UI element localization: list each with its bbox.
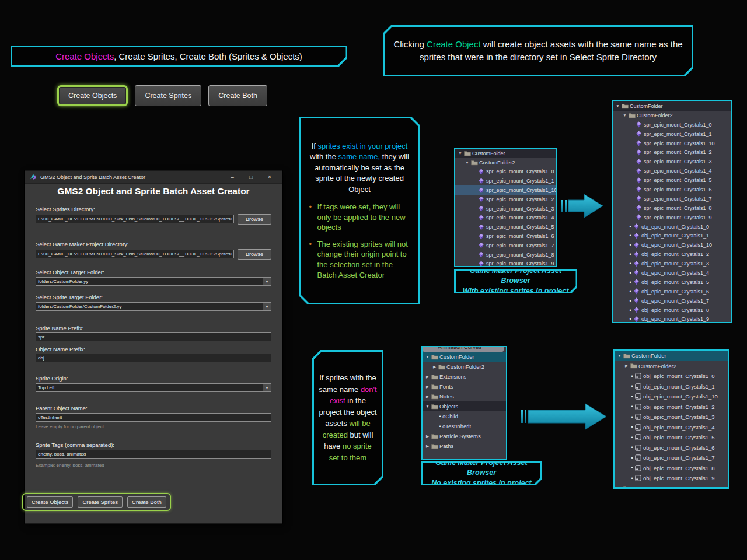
tree-row[interactable]: •obj_epic_mount_Crystals1_8 (613, 306, 731, 315)
tree-row[interactable]: ▶Particle Systems (423, 431, 506, 441)
tree-row[interactable]: •obj_epic_mount_Crystals1_0 (615, 371, 728, 382)
project-directory-input[interactable] (36, 250, 234, 258)
tree-row[interactable]: •obj_epic_mount_Crystals1_10 (613, 240, 731, 250)
tree-row[interactable]: •obj_epic_mount_Crystals1_4 (613, 268, 731, 278)
tree-row[interactable]: •obj_epic_mount_Crystals1_2 (615, 402, 728, 412)
expand-closed-icon[interactable]: ▶ (424, 394, 431, 399)
create-sprites-button[interactable]: Create Sprites (135, 85, 201, 106)
tree-row[interactable]: •obj_epic_mount_Crystals1_7 (615, 453, 728, 463)
tree-row[interactable]: •obj_epic_mount_Crystals1_5 (613, 278, 731, 287)
tree-row[interactable]: spr_epic_mount_Crystals1_1 (613, 130, 731, 139)
expand-open-icon[interactable]: ▼ (424, 404, 431, 408)
tree-row[interactable]: spr_epic_mount_Crystals1_7 (455, 241, 556, 250)
chevron-down-icon[interactable]: ▼ (263, 303, 271, 310)
tree-row[interactable]: spr_epic_mount_Crystals1_5 (455, 222, 556, 232)
tree-row[interactable]: ▶Extensions (615, 484, 728, 489)
tree-row[interactable]: •obj_epic_mount_Crystals1_7 (613, 296, 731, 306)
tree-row[interactable]: •obj_epic_mount_Crystals1_9 (615, 473, 728, 484)
tree-row[interactable]: spr_epic_mount_Crystals1_2 (455, 195, 556, 204)
tree-row[interactable]: spr_epic_mount_Crystals1_9 (455, 260, 556, 267)
expand-open-icon[interactable]: ▼ (457, 151, 463, 155)
tree-row[interactable]: •obj_epic_mount_Crystals1_6 (613, 287, 731, 296)
tree-row[interactable]: •obj_epic_mount_Crystals1_2 (613, 250, 731, 259)
tree-row[interactable]: •oChild (423, 411, 506, 421)
tree-row[interactable]: ▶CustomFolder2 (615, 361, 728, 372)
tree-row[interactable]: ▼CustomFolder (423, 352, 506, 362)
create-objects-button[interactable]: Create Objects (57, 85, 128, 106)
sprites-directory-input[interactable] (36, 215, 234, 223)
sprite-target-folder-select[interactable]: folders/CustomFolder/CustomFolder2.yy ▼ (36, 302, 271, 311)
tree-row[interactable]: ▶CustomFolder2 (423, 362, 506, 372)
win-create-both-button[interactable]: Create Both (127, 496, 166, 508)
tree-row[interactable]: ▶Notes (423, 391, 506, 401)
sprite-origin-select[interactable]: Top Left ▼ (36, 383, 271, 392)
tree-row[interactable]: spr_epic_mount_Crystals1_0 (613, 120, 731, 130)
minimize-button[interactable]: – (225, 174, 240, 180)
win-create-objects-button[interactable]: Create Objects (27, 496, 73, 508)
tree-row[interactable]: •obj_epic_mount_Crystals1_5 (615, 432, 728, 443)
tree-row[interactable]: ▶Extensions (423, 372, 506, 382)
parent-object-input[interactable] (36, 413, 271, 422)
tree-row[interactable]: •obj_epic_mount_Crystals1_9 (613, 314, 731, 323)
tree-row[interactable]: •obj_epic_mount_Crystals1_1 (613, 231, 731, 240)
tree-row[interactable]: •obj_epic_mount_Crystals1_3 (613, 259, 731, 268)
tree-row[interactable]: ▼CustomFolder (613, 102, 731, 111)
tree-row[interactable]: spr_epic_mount_Crystals1_6 (455, 232, 556, 241)
tree-row[interactable]: •obj_epic_mount_Crystals1_0 (613, 222, 731, 232)
tree-row[interactable]: •obj_epic_mount_Crystals1_3 (615, 412, 728, 422)
tree-row[interactable]: •obj_epic_mount_Crystals1_8 (615, 463, 728, 474)
maximize-button[interactable]: □ (243, 174, 259, 180)
tree-row[interactable]: spr_epic_mount_Crystals1_3 (613, 157, 731, 166)
tree-row[interactable]: spr_epic_mount_Crystals1_1 (455, 176, 556, 186)
expand-open-icon[interactable]: ▼ (615, 104, 621, 108)
tree-row[interactable]: spr_epic_mount_Crystals1_9 (613, 213, 731, 222)
expand-closed-icon[interactable]: ▶ (424, 374, 431, 379)
create-both-button[interactable]: Create Both (208, 85, 267, 106)
tree-row[interactable]: spr_epic_mount_Crystals1_0 (455, 167, 556, 177)
object-prefix-input[interactable] (36, 354, 271, 362)
tree-row[interactable]: •obj_epic_mount_Crystals1_6 (615, 443, 728, 453)
tree-row[interactable]: •obj_epic_mount_Crystals1_10 (615, 391, 728, 402)
chevron-down-icon[interactable]: ▼ (263, 278, 271, 285)
tree-row[interactable]: spr_epic_mount_Crystals1_8 (613, 204, 731, 213)
tree-row[interactable]: spr_epic_mount_Crystals1_5 (613, 176, 731, 185)
browse-project-button[interactable]: Browse (238, 249, 271, 260)
expand-open-icon[interactable]: ▼ (424, 355, 431, 359)
tree-row[interactable]: spr_epic_mount_Crystals1_10 (613, 139, 731, 148)
tree-row[interactable]: spr_epic_mount_Crystals1_3 (455, 204, 556, 214)
expand-closed-icon[interactable]: ▶ (623, 363, 630, 368)
tree-row[interactable]: ▼CustomFolder2 (455, 158, 556, 167)
expand-closed-icon[interactable]: ▶ (424, 384, 431, 389)
tree-row[interactable]: ▼CustomFolder2 (613, 111, 731, 120)
expand-closed-icon[interactable]: ▶ (431, 365, 438, 369)
tree-row[interactable]: spr_epic_mount_Crystals1_4 (613, 166, 731, 176)
tree-row[interactable]: Animation Curves (423, 346, 504, 352)
tree-row[interactable]: spr_epic_mount_Crystals1_8 (455, 250, 556, 260)
expand-open-icon[interactable]: ▼ (622, 113, 628, 117)
tree-row[interactable]: •obj_epic_mount_Crystals1_4 (615, 422, 728, 433)
sprite-tags-input[interactable] (36, 450, 271, 459)
tree-row[interactable]: spr_epic_mount_Crystals1_6 (613, 185, 731, 194)
win-create-sprites-button[interactable]: Create Sprites (78, 496, 123, 508)
window-titlebar[interactable]: GMS2 Object and Sprite Batch Asset Creat… (25, 171, 282, 184)
tree-row[interactable]: spr_epic_mount_Crystals1_10 (455, 186, 556, 195)
tree-row[interactable]: ▼CustomFolder (615, 351, 728, 361)
chevron-down-icon[interactable]: ▼ (263, 384, 271, 391)
sprite-prefix-input[interactable] (36, 332, 271, 341)
close-button[interactable]: × (262, 174, 277, 180)
object-target-folder-select[interactable]: folders/CustomFolder.yy ▼ (36, 277, 271, 286)
tree-row[interactable]: spr_epic_mount_Crystals1_2 (613, 148, 731, 157)
tree-row[interactable]: spr_epic_mount_Crystals1_7 (613, 194, 731, 204)
tree-row[interactable]: ▶Paths (423, 441, 506, 451)
expand-open-icon[interactable]: ▼ (616, 354, 623, 358)
tree-row[interactable]: ▶Fonts (423, 382, 506, 391)
tree-row[interactable]: •oTestInherit (423, 421, 506, 431)
tree-row[interactable]: ▼Objects (423, 401, 506, 411)
expand-closed-icon[interactable]: ▶ (424, 434, 431, 439)
tree-row[interactable]: spr_epic_mount_Crystals1_4 (455, 214, 556, 223)
expand-closed-icon[interactable]: ▶ (424, 444, 431, 449)
expand-open-icon[interactable]: ▼ (464, 160, 470, 164)
tree-row[interactable]: ▼CustomFolder (455, 149, 556, 158)
tree-row[interactable]: •obj_epic_mount_Crystals1_1 (615, 382, 728, 392)
expand-closed-icon[interactable]: ▶ (616, 486, 623, 489)
